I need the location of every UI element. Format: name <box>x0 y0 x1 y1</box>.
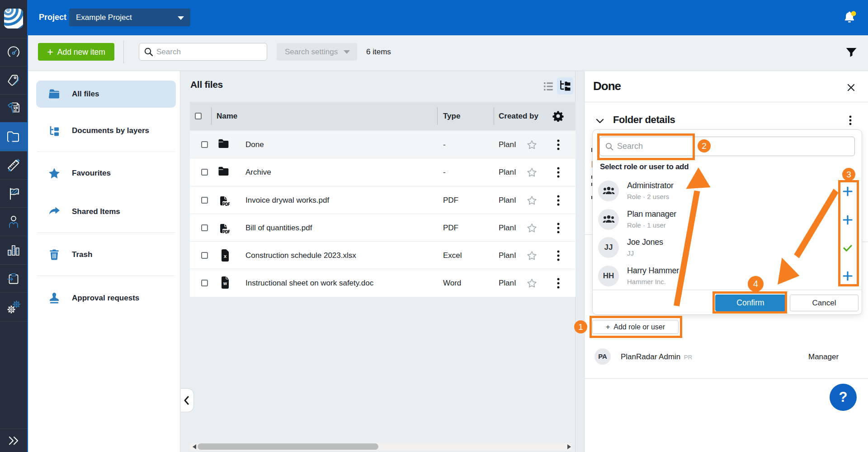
svg-text:x: x <box>224 253 227 259</box>
svg-text:w: w <box>223 281 227 286</box>
